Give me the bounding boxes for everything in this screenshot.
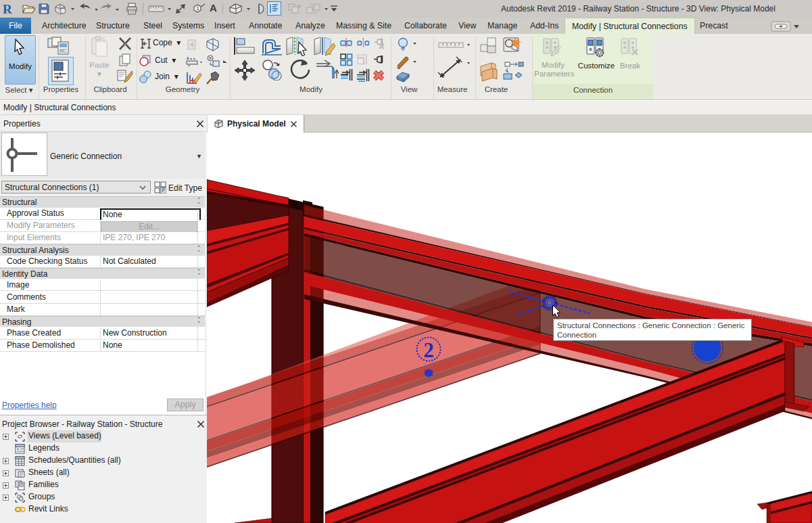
svg-text:2: 2 bbox=[423, 338, 434, 362]
svg-text:Structural Connections : Gener: Structural Connections : Generic Connect… bbox=[557, 321, 745, 329]
svg-text:Connection: Connection bbox=[557, 331, 596, 339]
svg-text:R: R bbox=[3, 2, 12, 16]
svg-text:1: 1 bbox=[196, 5, 199, 12]
